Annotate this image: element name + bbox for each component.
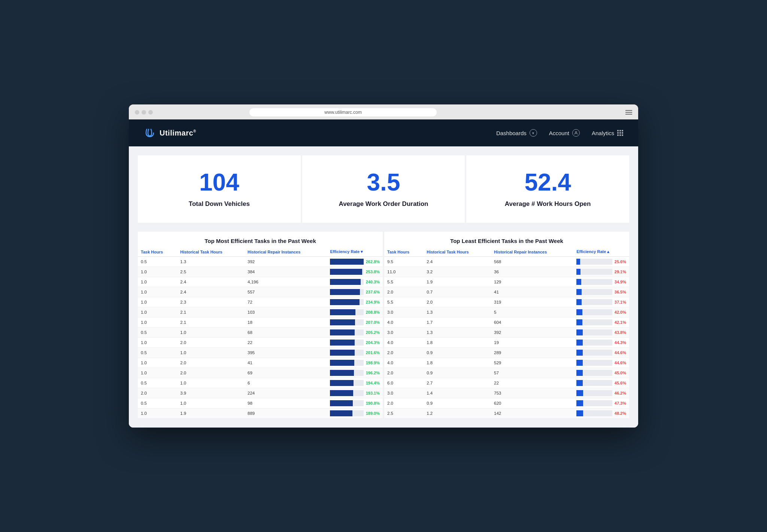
cell-hist-task: 1.0	[177, 398, 245, 408]
cell-hist-task: 1.4	[424, 388, 491, 398]
hamburger-menu-icon[interactable]	[625, 110, 632, 115]
cell-hist-repair: 568	[491, 257, 573, 267]
col-hist-task-hours-2[interactable]: Historical Task Hours	[424, 247, 491, 257]
cell-hist-repair: 22	[491, 378, 573, 388]
browser-addressbar[interactable]: www.utilimarc.com	[249, 108, 437, 116]
eff-bar-wrap	[330, 329, 363, 335]
col-hist-task-hours[interactable]: Historical Task Hours	[177, 247, 245, 257]
cell-hist-task: 1.3	[177, 257, 245, 267]
stats-row: 104 Total Down Vehicles 3.5 Average Work…	[138, 155, 629, 223]
nav-dashboards[interactable]: Dashboards ▾	[496, 129, 537, 137]
eff-bar	[330, 319, 355, 325]
nav-account[interactable]: Account	[549, 129, 580, 137]
table-row: 2.0 3.9 224 193.1%	[138, 388, 383, 398]
eff-bar-wrap	[330, 299, 363, 305]
eff-bar	[576, 269, 580, 275]
cell-eff-rate: 204.3%	[327, 338, 383, 348]
cell-eff-rate: 193.1%	[327, 388, 383, 398]
eff-bar	[330, 350, 354, 356]
col-hist-repair[interactable]: Historical Repair Instances	[245, 247, 327, 257]
svg-point-0	[575, 131, 577, 133]
table-row: 4.0 1.8 19 44.3%	[384, 338, 629, 348]
cell-eff-rate: 234.9%	[327, 297, 383, 307]
cell-eff-rate: 45.0%	[573, 368, 629, 378]
eff-bar	[576, 329, 582, 335]
logo[interactable]: Utilimarc®	[144, 127, 196, 139]
most-efficient-header-row: Task Hours Historical Task Hours Histori…	[138, 247, 383, 257]
eff-bar	[576, 410, 583, 416]
eff-text: 196.2%	[366, 371, 380, 375]
cell-eff-rate: 42.1%	[573, 317, 629, 328]
eff-bar	[330, 279, 360, 285]
eff-text: 205.2%	[366, 330, 380, 335]
cell-eff-rate: 262.8%	[327, 257, 383, 267]
eff-bar	[576, 259, 580, 265]
nav-analytics[interactable]: Analytics	[592, 130, 623, 136]
cell-hist-task: 2.4	[177, 277, 245, 287]
table-row: 3.0 1.4 753 46.2%	[384, 388, 629, 398]
eff-text: 36.5%	[615, 290, 626, 294]
table-row: 11.0 3.2 36 29.1%	[384, 267, 629, 277]
cell-hist-repair: 69	[245, 368, 327, 378]
eff-bar-wrap	[330, 279, 363, 285]
table-row: 0.5 1.0 98 190.8%	[138, 398, 383, 408]
stat-value-down-vehicles: 104	[199, 170, 239, 194]
cell-hist-repair: 18	[245, 317, 327, 328]
cell-hist-task: 1.8	[424, 358, 491, 368]
table-row: 2.0 0.7 41 36.5%	[384, 287, 629, 297]
cell-hist-task: 1.7	[424, 317, 491, 328]
table-row: 0.5 1.0 395 201.6%	[138, 348, 383, 358]
table-row: 1.0 2.0 22 204.3%	[138, 338, 383, 348]
eff-bar-wrap	[576, 360, 612, 366]
cell-task-hours: 1.0	[138, 307, 177, 317]
col-task-hours-2[interactable]: Task Hours	[384, 247, 424, 257]
browser-dot-green[interactable]	[148, 110, 153, 115]
cell-task-hours: 6.0	[384, 378, 424, 388]
table-row: 4.0 1.7 604 42.1%	[384, 317, 629, 328]
cell-task-hours: 1.0	[138, 317, 177, 328]
eff-text: 43.8%	[615, 330, 626, 335]
table-row: 1.0 2.1 18 207.0%	[138, 317, 383, 328]
cell-task-hours: 3.0	[384, 307, 424, 317]
cell-hist-repair: 392	[491, 328, 573, 338]
eff-text: 44.6%	[615, 361, 626, 365]
eff-bar-wrap	[330, 390, 363, 396]
most-efficient-body: 0.5 1.3 392 262.8% 1.0 2.5 384 253.8% 1.…	[138, 257, 383, 419]
eff-bar	[576, 289, 581, 295]
browser-dot-red[interactable]	[135, 110, 139, 115]
eff-bar-wrap	[330, 380, 363, 386]
eff-bar	[576, 380, 582, 386]
cell-hist-task: 0.9	[424, 348, 491, 358]
stat-card-down-vehicles: 104 Total Down Vehicles	[138, 155, 301, 223]
cell-hist-repair: 142	[491, 408, 573, 419]
cell-hist-task: 3.9	[177, 388, 245, 398]
col-hist-repair-2[interactable]: Historical Repair Instances	[491, 247, 573, 257]
eff-text: 204.3%	[366, 340, 380, 345]
cell-hist-repair: 41	[491, 287, 573, 297]
eff-text: 42.1%	[615, 320, 626, 325]
eff-bar-wrap	[576, 350, 612, 356]
cell-task-hours: 1.0	[138, 297, 177, 307]
cell-eff-rate: 189.0%	[327, 408, 383, 419]
cell-task-hours: 0.5	[138, 348, 177, 358]
cell-hist-repair: 129	[491, 277, 573, 287]
eff-bar-wrap	[330, 289, 363, 295]
col-efficiency-rate-desc[interactable]: Efficiency Rate ▾	[327, 247, 383, 257]
eff-bar-wrap	[576, 329, 612, 335]
col-task-hours[interactable]: Task Hours	[138, 247, 177, 257]
cell-hist-repair: 19	[491, 338, 573, 348]
cell-task-hours: 2.0	[384, 398, 424, 408]
stat-card-work-hours-open: 52.4 Average # Work Hours Open	[466, 155, 629, 223]
eff-bar	[330, 289, 360, 295]
eff-bar-wrap	[330, 400, 363, 406]
cell-eff-rate: 47.3%	[573, 398, 629, 408]
least-efficient-header-row: Task Hours Historical Task Hours Histori…	[384, 247, 629, 257]
eff-text: 47.3%	[615, 401, 626, 405]
col-efficiency-rate-asc[interactable]: Efficiency Rate ▴	[573, 247, 629, 257]
cell-hist-task: 3.2	[424, 267, 491, 277]
eff-bar	[330, 380, 353, 386]
cell-task-hours: 0.5	[138, 328, 177, 338]
table-row: 0.5 1.0 68 205.2%	[138, 328, 383, 338]
eff-bar	[330, 299, 360, 305]
browser-dot-yellow[interactable]	[142, 110, 146, 115]
